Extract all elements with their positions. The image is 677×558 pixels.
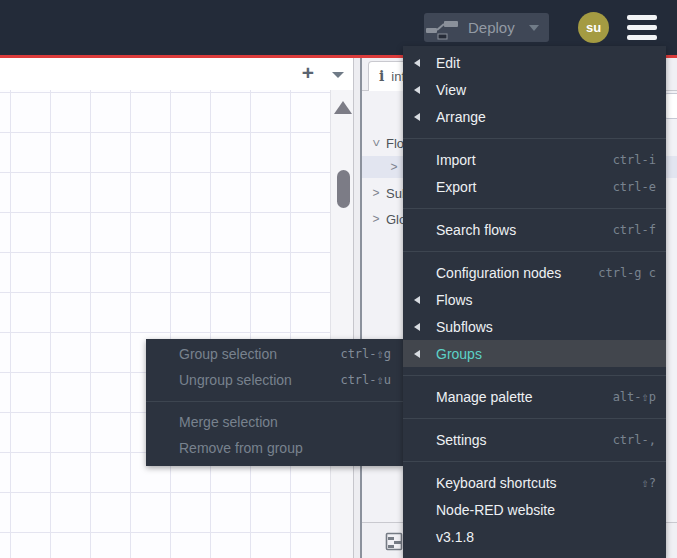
menu-item-label: Export — [436, 179, 476, 195]
menu-item-label: Settings — [436, 432, 487, 448]
submenu-arrow-icon — [414, 59, 420, 67]
menu-item-label: Flows — [436, 292, 473, 308]
menu-item-arrange[interactable]: Arrange — [403, 103, 666, 130]
menu-item-edit[interactable]: Edit — [403, 49, 666, 76]
menu-item-manage-palette[interactable]: Manage palette alt-⇧p — [403, 383, 666, 410]
menu-item-label: Ungroup selection — [179, 372, 292, 388]
menu-item-label: Node-RED website — [436, 502, 555, 518]
submenu-arrow-icon — [414, 113, 420, 121]
menu-item-label: Configuration nodes — [436, 265, 561, 281]
menu-item-label: Groups — [436, 346, 482, 362]
chevron-right-icon[interactable]: > — [370, 186, 382, 200]
menu-item-shortcut: ctrl-, — [613, 433, 656, 447]
menu-separator — [403, 138, 666, 139]
deploy-nodes-icon — [424, 16, 460, 40]
menu-item-configuration-nodes[interactable]: Configuration nodes ctrl-g c — [403, 259, 666, 286]
menu-item-subflows[interactable]: Subflows — [403, 313, 666, 340]
menu-separator — [403, 418, 666, 419]
submenu-arrow-icon — [414, 323, 420, 331]
menu-item-settings[interactable]: Settings ctrl-, — [403, 426, 666, 453]
menu-item-shortcut: ctrl-i — [613, 153, 656, 167]
menu-item-shortcut: ctrl-f — [613, 223, 656, 237]
menu-separator — [403, 251, 666, 252]
user-avatar[interactable]: su — [578, 12, 609, 43]
menu-item-shortcut: ctrl-g c — [598, 266, 656, 280]
submenu-item-merge-selection[interactable]: Merge selection — [146, 409, 403, 435]
menu-item-label: Edit — [436, 55, 460, 71]
menu-item-label: Merge selection — [179, 414, 278, 430]
chevron-right-icon[interactable]: > — [370, 212, 382, 226]
menu-item-view[interactable]: View — [403, 76, 666, 103]
menu-item-keyboard-shortcuts[interactable]: Keyboard shortcuts ⇧? — [403, 469, 666, 496]
submenu-item-group-selection[interactable]: Group selection ctrl-⇧g — [146, 341, 403, 367]
groups-submenu: Group selection ctrl-⇧g Ungroup selectio… — [146, 339, 403, 466]
menu-separator — [403, 461, 666, 462]
menu-separator — [403, 375, 666, 376]
menu-item-import[interactable]: Import ctrl-i — [403, 146, 666, 173]
menu-item-label: Subflows — [436, 319, 493, 335]
deploy-label: Deploy — [468, 19, 515, 36]
menu-item-shortcut: ⇧? — [642, 476, 656, 490]
submenu-arrow-icon — [414, 350, 420, 358]
submenu-arrow-icon — [414, 296, 420, 304]
hamburger-icon — [627, 35, 657, 40]
menu-separator — [146, 401, 403, 402]
canvas-vscrollbar-thumb[interactable] — [337, 170, 350, 208]
main-menu-dropdown: Edit View Arrange Import ctrl-i Export c… — [403, 46, 666, 558]
info-icon: i — [379, 68, 384, 84]
menu-item-label: Keyboard shortcuts — [436, 475, 557, 491]
chevron-down-icon[interactable]: > — [369, 137, 383, 149]
menu-item-label: Arrange — [436, 109, 486, 125]
menu-item-label: View — [436, 82, 466, 98]
add-flow-button[interactable]: + — [297, 61, 319, 85]
hamburger-icon — [627, 15, 657, 20]
hamburger-icon — [627, 25, 657, 30]
menu-item-nodered-website[interactable]: Node-RED website — [403, 496, 666, 523]
flow-list-caret-icon[interactable] — [332, 72, 344, 78]
menu-item-shortcut: ctrl-e — [613, 180, 656, 194]
menu-item-label: Remove from group — [179, 440, 303, 456]
sidebar-splitter[interactable] — [353, 58, 362, 558]
menu-item-label: Search flows — [436, 222, 516, 238]
menu-item-label: Manage palette — [436, 389, 533, 405]
submenu-arrow-icon — [414, 86, 420, 94]
menu-item-shortcut: alt-⇧p — [613, 390, 656, 404]
menu-item-flows[interactable]: Flows — [403, 286, 666, 313]
deploy-button[interactable]: Deploy — [424, 13, 549, 42]
menu-item-shortcut: ctrl-⇧u — [340, 373, 391, 387]
menu-separator — [403, 208, 666, 209]
menu-item-search-flows[interactable]: Search flows ctrl-f — [403, 216, 666, 243]
submenu-item-ungroup-selection[interactable]: Ungroup selection ctrl-⇧u — [146, 367, 403, 393]
chevron-right-icon[interactable]: > — [388, 160, 400, 174]
workspace-tabbar: + — [0, 58, 353, 92]
deploy-dropdown-caret-icon[interactable] — [529, 25, 539, 31]
main-menu-button[interactable] — [627, 15, 657, 40]
submenu-item-remove-from-group[interactable]: Remove from group — [146, 435, 403, 461]
menu-item-shortcut: ctrl-⇧g — [340, 347, 391, 361]
flow-canvas[interactable] — [0, 90, 353, 558]
scroll-up-arrow-icon[interactable] — [334, 101, 352, 114]
menu-item-groups[interactable]: Groups — [403, 340, 666, 367]
outline-toggle-icon[interactable] — [385, 531, 404, 552]
menu-item-version[interactable]: v3.1.8 — [403, 523, 666, 550]
menu-item-label: Group selection — [179, 346, 277, 362]
menu-item-label: Import — [436, 152, 476, 168]
menu-item-export[interactable]: Export ctrl-e — [403, 173, 666, 200]
menu-item-label: v3.1.8 — [436, 529, 474, 545]
canvas-vscrollbar-track[interactable] — [330, 90, 354, 558]
